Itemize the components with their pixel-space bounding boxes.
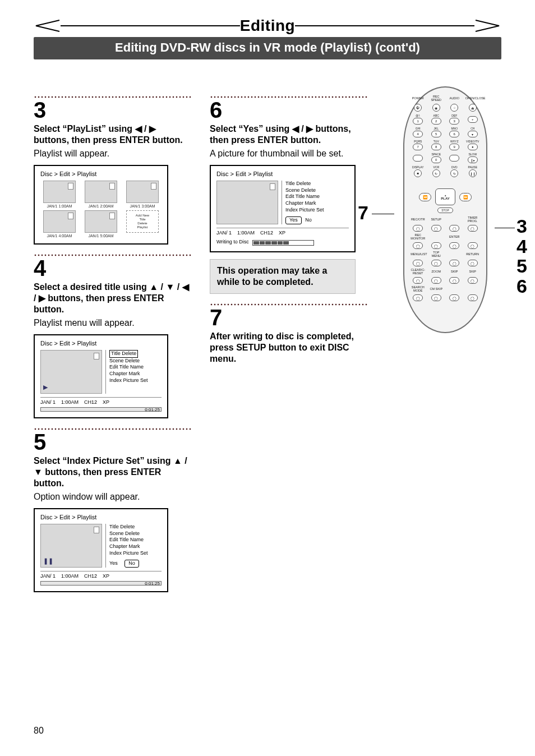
pause-icon: ❚❚ [43,557,53,565]
rec-speed-button-icon: ◉ [432,104,440,112]
osd-no: No [305,217,315,224]
osd-menu-item: Edit Title Name [285,193,349,200]
remote-label: RETURN [465,253,480,256]
osd-no-selected: No [124,560,139,568]
remote-button-icon: ◯ [413,277,423,284]
remote-button-icon: ◯ [413,294,423,301]
remote-label: AUDIO [447,97,462,100]
callout-6: 6 [516,276,527,297]
header-ornament: Editing [34,17,501,35]
page-number: 80 [34,726,44,736]
remote-key: MNO6 [446,127,463,137]
page-title: Editing [240,17,295,35]
step-description: Playlist menu will appear. [34,317,192,329]
osd-breadcrumb: Disc > Edit > Playlist [40,514,162,520]
osd-yes-no: Yes No [285,216,349,224]
step-heading: Select a desired title using ▲ / ▼ / ◀ /… [34,282,192,315]
osd-preview: ▶ [40,350,102,394]
page-subtitle: Editing DVD-RW discs in VR mode (Playlis… [34,37,501,59]
remote-key: GHI4 [409,127,426,137]
step-heading: Select “PlayList” using ◀ / ▶ buttons, t… [34,123,192,146]
remote-label: ZOOM [429,270,444,274]
fast-forward-button-icon: ⏩ [459,193,472,201]
step-number: 3 [34,99,192,121]
osd-menu-item: Chapter Mark [109,371,162,377]
remote-button-icon: ◯ [431,242,441,249]
remote-button-icon: ◯ [413,260,423,266]
remote-button-icon: ◯ [449,294,459,301]
remote-lower-rows: REC/OTRSETUPTIMER PROG.◯◯◯◯REC MONITOREN… [409,216,482,301]
step-description: Option window will appear. [34,491,192,503]
remote-key: JKL5 [428,127,445,137]
remote-key [409,154,426,162]
step-description: Playlist will appear. [34,148,192,159]
step-heading: Select “Yes” using ◀ / ▶ buttons, then p… [210,123,368,146]
callout-5: 5 [516,256,527,276]
remote-button-icon: ◯ [468,242,478,249]
remote-button-icon: ◯ [468,260,478,266]
callout-line [495,228,515,228]
remote-key [446,154,463,162]
chevron-left-icon [34,20,61,32]
osd-progress: 0:01:25 [40,581,162,586]
osd-menu-item: Index Picture Set [109,550,162,557]
middle-column: 6 Select “Yes” using ◀ / ▶ buttons, then… [210,86,368,597]
osd-menu-item: Scene Delete [285,187,349,194]
osd-title-menu: Disc > Edit > Playlist ▶ Title Delete Sc… [34,334,168,418]
osd-menu: Title Delete Scene Delete Edit Title Nam… [105,350,162,394]
osd-progress: 0:01:25 [40,407,162,412]
remote-label: DVD [451,165,458,169]
osd-menu: Title Delete Scene Delete Edit Title Nam… [105,524,162,568]
remote-label: OPEN/CLOSE [465,97,480,100]
remote-key: WXYZ9 [446,140,463,150]
osd-menu-item: Edit Title Name [109,537,162,543]
osd-menu-item: Index Picture Set [285,207,349,214]
osd-writing-label: Writing to Disc [216,239,249,245]
note-box: This operation may take a while to be co… [210,259,356,294]
osd-playlist-grid: Disc > Edit > Playlist JAN/1 1:00AM JAN/… [34,165,168,245]
play-icon: ▶ [43,384,48,391]
rewind-button-icon: ⏪ [419,193,431,201]
right-column: 7 3 4 5 6 POWER REC SPEED AUDIO OPEN/CLO… [386,86,501,597]
osd-menu-item: Scene Delete [109,531,162,537]
open-close-button-icon: ⏏ [469,104,477,112]
osd-menu-item: Title Delete [109,350,138,358]
osd-breadcrumb: Disc > Edit > Playlist [216,170,349,177]
remote-button-icon: ◯ [449,260,459,266]
remote-keypad: @!:1ABC2DEF3+GHI4JKL5MNO6CH▾PQRS7TUV8WXY… [409,114,482,163]
pause-button-icon: ❙❙ [469,169,477,177]
remote-key: SLOW❙▸ [464,153,481,163]
osd-menu-item: Title Delete [109,524,162,531]
step-number: 7 [210,306,368,329]
remote-label: POWER [411,97,425,100]
remote-label: SETUP [429,218,444,222]
thumb-label: JAN/1 5:00AM [88,234,113,238]
osd-writing: Disc > Edit > Playlist Title Delete Scen… [210,165,356,252]
remote-label: REC MONITOR [411,234,425,240]
remote-button-icon: ◯ [449,225,459,232]
remote-button-icon: ◯ [413,242,423,249]
add-new-title-box: Add New Title Delete Playlist [126,210,159,233]
stop-button-icon: STOP [437,208,453,213]
osd-yes-selected: Yes [285,216,302,224]
remote-label: MENU/LIST [411,253,425,256]
remote-label: REC/OTR [411,218,425,222]
osd-status: JAN/ 1 1:00AM CH12 XP [40,397,162,405]
remote-key: VIDEO/TV● [464,140,481,150]
remote-label: CM SKIP [429,288,444,291]
step-heading: Select “Index Picture Set” using ▲ / ▼ b… [34,455,192,489]
osd-menu-item: Index Picture Set [109,377,162,384]
power-button-icon: ⏻ [414,104,422,112]
osd-yes-no: Yes No [109,560,162,568]
osd-menu: Title Delete Scene Delete Edit Title Nam… [282,181,349,224]
callout-3456: 3 4 5 6 [516,216,527,297]
remote-label: ENTER [447,236,462,239]
remote-label: SKIP [447,270,462,274]
remote-label: CLEAR/C-RESET [411,269,425,275]
remote-label: REC SPEED [429,95,444,102]
remote-button-icon: ◯ [431,294,441,301]
remote-button-icon: ◯ [413,225,423,232]
remote-label: PAUSE [468,165,477,169]
thumb-label: JAN/1 3:00AM [130,204,155,208]
callout-7: 7 [358,202,368,224]
